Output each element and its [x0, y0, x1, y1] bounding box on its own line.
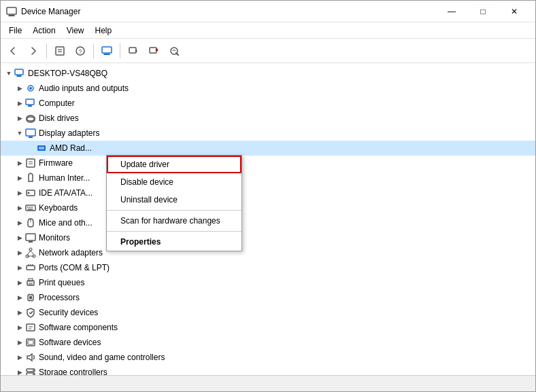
- list-item[interactable]: ▼ Display adapters: [1, 126, 535, 141]
- context-properties[interactable]: Properties: [107, 233, 241, 251]
- toolbar-sep-3: [120, 43, 120, 58]
- print-label: Print queues: [39, 278, 84, 287]
- softcomp-toggle[interactable]: ▶: [14, 322, 25, 333]
- firmware-toggle[interactable]: ▶: [14, 158, 25, 168]
- disk-toggle[interactable]: ▶: [14, 113, 25, 124]
- svg-rect-0: [7, 7, 16, 14]
- list-item[interactable]: ▶ Computer: [1, 96, 535, 111]
- list-item[interactable]: ▶ Keyboards: [1, 200, 535, 215]
- display-toggle[interactable]: ▼: [14, 128, 25, 139]
- context-uninstall-device[interactable]: Uninstall device: [107, 191, 241, 209]
- root-label: DESKTOP-VS48QBQ: [28, 69, 107, 78]
- computer-icon: [14, 68, 25, 79]
- svg-rect-21: [26, 99, 34, 105]
- context-update-driver[interactable]: Update driver: [107, 156, 241, 173]
- sound-icon: [25, 352, 36, 363]
- sound-toggle[interactable]: ▶: [14, 352, 25, 363]
- context-separator-2: [107, 231, 241, 232]
- toolbar-help[interactable]: ?: [71, 41, 90, 60]
- toolbar-forward[interactable]: [24, 41, 43, 60]
- svg-rect-16: [15, 69, 23, 75]
- context-disable-device[interactable]: Disable device: [107, 173, 241, 191]
- list-item[interactable]: ▶ Storage controllers: [1, 365, 535, 375]
- list-item[interactable]: ▶ Firmware: [1, 156, 535, 171]
- svg-rect-11: [129, 48, 136, 53]
- mice-label: Mice and oth...: [39, 218, 93, 228]
- list-item[interactable]: ▶ Network adapters: [1, 245, 535, 260]
- network-toggle[interactable]: ▶: [14, 247, 25, 258]
- list-item[interactable]: ▶ Software devices: [1, 335, 535, 350]
- remove-device-icon: [148, 46, 159, 56]
- toolbar-properties[interactable]: [50, 41, 69, 60]
- softdev-toggle[interactable]: ▶: [14, 337, 25, 348]
- security-icon: [25, 307, 36, 318]
- tree-view[interactable]: ▼ DESKTOP-VS48QBQ ▶: [1, 63, 535, 375]
- hid-label: Human Inter...: [39, 173, 90, 183]
- list-item[interactable]: ▶ Sound, video and game controllers: [1, 350, 535, 365]
- list-item[interactable]: ▶ Software components: [1, 320, 535, 335]
- context-scan-hardware[interactable]: Scan for hardware changes: [107, 212, 241, 230]
- svg-rect-42: [26, 234, 35, 240]
- list-item[interactable]: ▶ Audio inputs and outputs: [1, 81, 535, 96]
- processors-label: Processors: [39, 293, 80, 302]
- list-item[interactable]: ▶ Human Inter...: [1, 171, 535, 185]
- toolbar-scan[interactable]: [165, 41, 184, 60]
- monitors-toggle[interactable]: ▶: [14, 232, 25, 243]
- computer-toggle[interactable]: ▶: [14, 98, 25, 109]
- tree-root[interactable]: ▼ DESKTOP-VS48QBQ: [1, 66, 535, 81]
- menu-file[interactable]: File: [3, 24, 27, 37]
- svg-line-47: [27, 251, 31, 255]
- menu-help[interactable]: Help: [90, 24, 118, 37]
- help-icon: ?: [75, 46, 86, 56]
- toolbar-sep-1: [46, 43, 47, 58]
- ide-toggle[interactable]: ▶: [14, 188, 25, 198]
- toolbar-computer[interactable]: [97, 41, 116, 60]
- ports-toggle[interactable]: ▶: [14, 262, 25, 273]
- menu-view[interactable]: View: [61, 24, 90, 37]
- disk-icon: [25, 113, 36, 124]
- softcomp-icon: [25, 322, 36, 333]
- toolbar-update-driver[interactable]: [124, 41, 143, 60]
- svg-rect-22: [28, 105, 32, 107]
- print-toggle[interactable]: ▶: [14, 277, 25, 288]
- mice-toggle[interactable]: ▶: [14, 217, 25, 228]
- softdev-icon: [25, 337, 36, 348]
- context-menu: Update driver Disable device Uninstall d…: [106, 155, 242, 251]
- list-item[interactable]: ▶ IDE ATA/ATA...: [1, 185, 535, 200]
- device-manager-window: Device Manager — □ ✕ File Action View He…: [0, 0, 536, 392]
- toolbar-remove-device[interactable]: [144, 41, 163, 60]
- window-controls: — □ ✕: [436, 1, 530, 22]
- svg-rect-70: [28, 340, 33, 344]
- list-item[interactable]: ▶ Ports (COM & LPT): [1, 260, 535, 275]
- storage-toggle[interactable]: ▶: [14, 367, 25, 375]
- list-item[interactable]: ▶ Security devices: [1, 305, 535, 320]
- maximize-button[interactable]: □: [467, 1, 499, 22]
- list-item[interactable]: ▶ Mice and oth...: [1, 215, 535, 230]
- list-item[interactable]: ▶ Disk drives: [1, 111, 535, 126]
- minimize-button[interactable]: —: [436, 1, 467, 22]
- root-toggle[interactable]: ▼: [3, 68, 14, 79]
- amd-label: AMD Rad...: [50, 143, 92, 153]
- processors-toggle[interactable]: ▶: [14, 292, 25, 303]
- ports-icon: [25, 262, 36, 273]
- svg-line-65: [31, 311, 33, 314]
- display-label: Display adapters: [39, 128, 99, 138]
- softdev-label: Software devices: [39, 338, 101, 347]
- amd-toggle: [25, 143, 36, 154]
- close-button[interactable]: ✕: [499, 1, 530, 22]
- list-item[interactable]: ▶ Print queues: [1, 275, 535, 290]
- svg-rect-43: [29, 241, 33, 243]
- svg-rect-30: [39, 147, 44, 149]
- keyboards-toggle[interactable]: ▶: [14, 202, 25, 213]
- hid-toggle[interactable]: ▶: [14, 173, 25, 183]
- softcomp-label: Software components: [39, 323, 118, 332]
- toolbar-back[interactable]: [3, 41, 22, 60]
- update-driver-icon: [128, 46, 139, 56]
- audio-toggle[interactable]: ▶: [14, 83, 25, 94]
- security-toggle[interactable]: ▶: [14, 307, 25, 318]
- menu-action[interactable]: Action: [27, 24, 61, 37]
- list-item[interactable]: ▶ Processors: [1, 290, 535, 305]
- list-item[interactable]: AMD Rad...: [1, 141, 535, 156]
- list-item[interactable]: ▶ Monitors: [1, 230, 535, 245]
- toolbar: ?: [1, 39, 535, 63]
